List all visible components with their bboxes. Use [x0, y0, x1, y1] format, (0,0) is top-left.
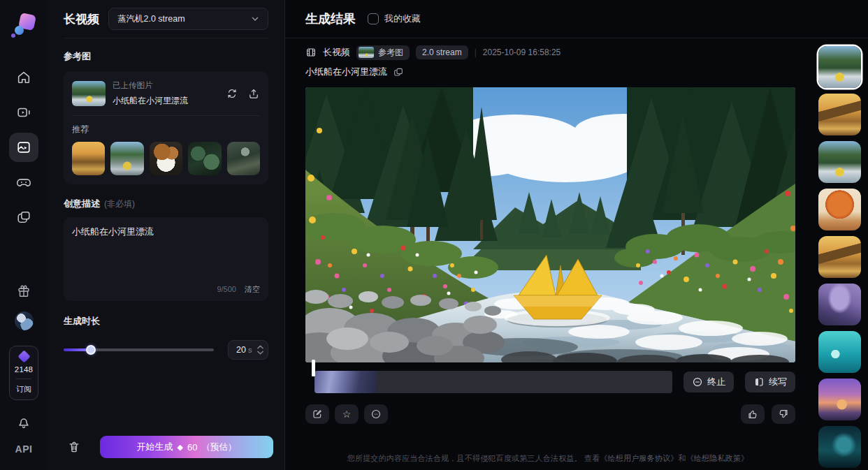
reference-mini-thumbnail [359, 47, 374, 58]
model-selector-value: 蒸汽机2.0 stream [117, 13, 249, 25]
stepper-down-button[interactable] [257, 351, 263, 355]
and-text: 和 [678, 454, 686, 462]
generate-estimate: （预估） [201, 441, 236, 453]
history-thumbnail-strip [811, 0, 868, 470]
result-thumbnail[interactable] [818, 236, 861, 278]
terms-link[interactable]: 《绘想用户服务协议》 [600, 454, 678, 462]
legal-notice: 您所提交的内容应当合法合规，且不得侵犯百度或第三人合法权益。 查看《绘想用户服务… [285, 453, 811, 464]
nav-video[interactable] [9, 98, 38, 127]
clear-button[interactable]: 清空 [245, 285, 260, 293]
thumbs-down-button[interactable] [772, 404, 795, 424]
recommended-thumbnail[interactable] [110, 142, 143, 175]
copy-icon [393, 66, 404, 78]
nav-image-to-video[interactable] [9, 133, 38, 162]
slider-handle[interactable] [86, 345, 96, 355]
playhead-marker[interactable] [312, 360, 315, 376]
swap-image-button[interactable] [226, 87, 238, 100]
subscribe-button[interactable]: 订阅 [16, 384, 31, 395]
result-thumbnail[interactable] [818, 94, 861, 135]
recommended-thumbnail[interactable] [150, 142, 182, 175]
duration-unit: s [248, 346, 257, 354]
credit-diamond-icon [17, 350, 30, 362]
privacy-link[interactable]: 《绘想隐私政策》 [686, 454, 749, 462]
start-generate-button[interactable]: 开始生成 ◆ 60 （预估） [100, 436, 273, 458]
generate-label: 开始生成 [137, 441, 173, 453]
river-paper-boat-scene [305, 87, 795, 362]
trash-icon [67, 440, 81, 454]
continue-label: 续写 [769, 376, 787, 388]
gift-button[interactable] [16, 284, 31, 299]
thumbs-down-icon [778, 409, 789, 420]
credits-box[interactable]: 2148 订阅 [9, 346, 38, 400]
star-icon: ☆ [342, 409, 352, 420]
result-thumbnail[interactable] [818, 379, 861, 420]
thumbs-up-icon [747, 409, 758, 420]
swap-icon [226, 87, 238, 100]
upload-image-button[interactable] [247, 87, 260, 100]
generation-progress-row: 终止 续写 [305, 369, 795, 395]
logo-ball-shape [15, 26, 24, 35]
nav-home[interactable] [9, 63, 38, 92]
video-icon [16, 105, 31, 120]
stepper-up-button[interactable] [257, 345, 263, 349]
credits-divider [16, 379, 31, 379]
favorites-label: 我的收藏 [384, 13, 421, 25]
emoji-face-icon [370, 409, 382, 420]
copy-prompt-button[interactable] [393, 66, 404, 78]
description-value: 小纸船在小河里漂流 [72, 226, 260, 238]
recommended-thumbnail[interactable] [72, 142, 105, 175]
logo-dot-shape [11, 34, 15, 38]
progress-track[interactable] [314, 371, 672, 393]
nav-templates[interactable] [9, 203, 38, 232]
favorite-result-button[interactable]: ☆ [335, 404, 359, 424]
model-tag: 2.0 stream [416, 45, 468, 59]
notice-text: 您所提交的内容应当合法合规，且不得侵犯百度或第三人合法权益。 [347, 454, 582, 462]
description-label: 创意描述 [64, 198, 100, 210]
result-thumbnail[interactable] [818, 284, 861, 325]
model-selector[interactable]: 蒸汽机2.0 stream [108, 8, 268, 30]
stop-generation-button[interactable]: 终止 [683, 372, 734, 392]
favorites-filter[interactable]: 我的收藏 [368, 13, 421, 25]
home-icon [16, 70, 31, 85]
chevron-up-icon [257, 345, 263, 349]
reset-button[interactable] [64, 436, 85, 457]
reference-section-label: 参考图 [64, 50, 268, 63]
description-input[interactable]: 小纸船在小河里漂流 9/500 清空 [64, 217, 268, 301]
meta-separator: | [475, 47, 477, 57]
edit-icon [312, 409, 323, 420]
user-avatar[interactable] [15, 311, 34, 330]
uploaded-image-thumbnail[interactable] [72, 81, 106, 106]
favorites-checkbox[interactable] [368, 13, 379, 24]
stop-circle-icon [692, 376, 703, 388]
edit-result-button[interactable] [305, 404, 329, 424]
char-counter: 9/500 [217, 285, 236, 293]
api-link[interactable]: API [15, 443, 33, 455]
continue-writing-button[interactable]: 续写 [745, 372, 795, 392]
result-thumbnail-selected[interactable] [818, 46, 861, 88]
nav-game[interactable] [9, 168, 38, 197]
result-type-tag: 长视频 [323, 46, 350, 59]
duration-stepper[interactable]: 20 s [228, 340, 268, 360]
result-prompt: 小纸船在小河里漂流 [305, 66, 387, 78]
notifications-button[interactable] [16, 414, 31, 429]
thumbs-up-button[interactable] [741, 404, 765, 424]
icon-rail: 2148 订阅 API [0, 0, 48, 470]
feedback-emoji-button[interactable] [364, 404, 388, 424]
reference-card: 已上传图片 小纸船在小河里漂流 推荐 [64, 71, 268, 184]
result-thumbnail[interactable] [818, 331, 861, 373]
result-thumbnail[interactable] [818, 189, 861, 230]
reference-tag[interactable]: 参考图 [356, 45, 410, 60]
result-actions: ☆ [305, 404, 795, 424]
credits-count: 2148 [15, 365, 33, 374]
duration-slider[interactable] [64, 345, 214, 355]
app-logo [11, 14, 36, 38]
control-panel: 长视频 蒸汽机2.0 stream 参考图 已上传图片 小纸船在小河里漂流 [48, 0, 285, 470]
game-controller-icon [16, 175, 31, 190]
recommended-thumbnail[interactable] [188, 142, 221, 175]
result-thumbnail[interactable] [818, 141, 861, 183]
image-to-video-icon [16, 140, 31, 155]
generated-video-preview[interactable] [305, 87, 795, 362]
recommended-thumbnail[interactable] [227, 142, 260, 175]
upload-caption: 小纸船在小河里漂流 [113, 95, 222, 107]
result-thumbnail[interactable] [818, 426, 861, 468]
